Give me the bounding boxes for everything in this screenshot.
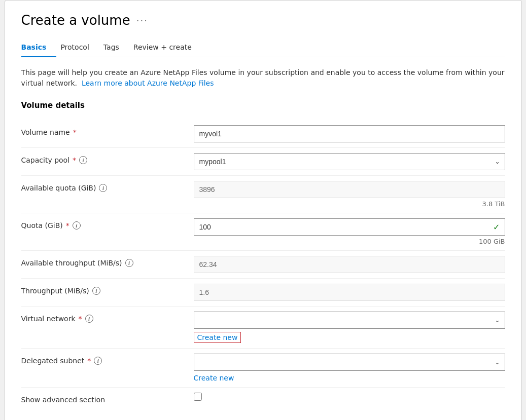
capacity-pool-control: mypool1 ⌄ <box>194 153 505 170</box>
available-throughput-row: Available throughput (MiB/s) i <box>21 251 505 278</box>
description-text: This page will help you create an Azure … <box>21 67 505 89</box>
show-advanced-row: Show advanced section <box>21 388 505 409</box>
throughput-label: Throughput (MiB/s) i <box>21 284 194 295</box>
quota-check-icon: ✓ <box>493 222 500 232</box>
volume-name-control <box>194 125 505 142</box>
tab-tags[interactable]: Tags <box>103 38 129 57</box>
available-quota-row: Available quota (GiB) i 3.8 TiB <box>21 176 505 213</box>
capacity-pool-info-icon[interactable]: i <box>79 156 87 164</box>
available-throughput-input <box>194 256 505 273</box>
capacity-pool-select-wrap: mypool1 ⌄ <box>194 153 505 170</box>
available-throughput-control <box>194 256 505 273</box>
capacity-pool-required: * <box>73 156 76 164</box>
available-throughput-info-icon[interactable]: i <box>125 259 133 267</box>
tab-basics[interactable]: Basics <box>21 38 57 57</box>
tab-review-create[interactable]: Review + create <box>133 38 202 57</box>
virtual-network-info-icon[interactable]: i <box>85 315 93 323</box>
delegated-subnet-control: ⌄ Create new <box>194 354 505 382</box>
quota-control: ✓ 100 GiB <box>194 218 505 245</box>
virtual-network-create-new-link[interactable]: Create new <box>194 332 241 343</box>
capacity-pool-label: Capacity pool * i <box>21 153 194 164</box>
virtual-network-required: * <box>79 315 82 323</box>
volume-name-required: * <box>73 128 77 136</box>
quota-info-icon[interactable]: i <box>73 221 81 230</box>
quota-label: Quota (GiB) * i <box>21 218 194 230</box>
show-advanced-checkbox[interactable] <box>194 393 202 401</box>
delegated-subnet-label: Delegated subnet * i <box>21 354 194 365</box>
quota-required: * <box>66 221 69 230</box>
delegated-subnet-required: * <box>87 357 91 365</box>
tab-protocol[interactable]: Protocol <box>60 38 99 57</box>
more-options-icon[interactable]: ··· <box>136 15 148 26</box>
show-advanced-label: Show advanced section <box>21 393 194 404</box>
learn-more-link[interactable]: Learn more about Azure NetApp Files <box>82 79 214 87</box>
available-quota-sub-label: 3.8 TiB <box>194 200 505 208</box>
virtual-network-control: ⌄ Create new <box>194 312 505 343</box>
tab-bar: Basics Protocol Tags Review + create <box>21 38 505 57</box>
volume-name-row: Volume name * <box>21 120 505 147</box>
virtual-network-select[interactable] <box>194 312 505 329</box>
delegated-subnet-select-wrap: ⌄ <box>194 354 505 371</box>
delegated-subnet-select[interactable] <box>194 354 505 371</box>
quota-sub-label: 100 GiB <box>194 238 505 245</box>
throughput-info-icon[interactable]: i <box>92 287 100 295</box>
create-volume-panel: Create a volume ··· Basics Protocol Tags… <box>5 0 522 420</box>
throughput-input <box>194 284 505 301</box>
quota-row: Quota (GiB) * i ✓ 100 GiB <box>21 213 505 250</box>
delegated-subnet-row: Delegated subnet * i ⌄ Create new <box>21 349 505 387</box>
available-throughput-label: Available throughput (MiB/s) i <box>21 256 194 267</box>
virtual-network-label: Virtual network * i <box>21 312 194 323</box>
quota-input-wrap: ✓ <box>194 218 505 236</box>
quota-input[interactable] <box>194 218 505 236</box>
throughput-control <box>194 284 505 301</box>
capacity-pool-row: Capacity pool * i mypool1 ⌄ <box>21 148 505 175</box>
available-quota-control: 3.8 TiB <box>194 181 505 208</box>
volume-name-input[interactable] <box>194 125 505 142</box>
throughput-row: Throughput (MiB/s) i <box>21 279 505 306</box>
virtual-network-select-wrap: ⌄ <box>194 312 505 329</box>
virtual-network-row: Virtual network * i ⌄ Create new <box>21 307 505 348</box>
available-quota-label: Available quota (GiB) i <box>21 181 194 192</box>
panel-header: Create a volume ··· <box>21 13 505 28</box>
show-advanced-checkbox-wrap <box>194 393 505 401</box>
delegated-subnet-create-new-link[interactable]: Create new <box>194 374 234 382</box>
page-title: Create a volume <box>21 13 130 28</box>
available-quota-info-icon[interactable]: i <box>99 184 107 192</box>
delegated-subnet-info-icon[interactable]: i <box>94 357 102 365</box>
available-quota-input <box>194 181 505 198</box>
capacity-pool-select[interactable]: mypool1 <box>194 153 505 170</box>
volume-name-label: Volume name * <box>21 125 194 136</box>
show-advanced-control <box>194 393 505 401</box>
volume-details-heading: Volume details <box>21 101 505 110</box>
